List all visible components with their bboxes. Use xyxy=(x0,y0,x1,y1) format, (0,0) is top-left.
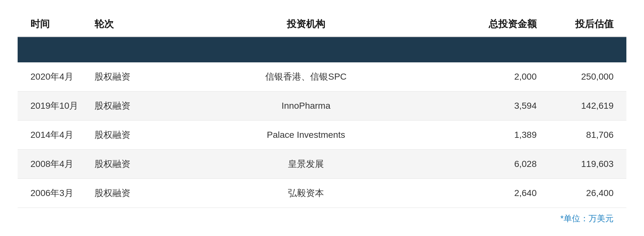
cell-round: 股权融资 xyxy=(88,62,152,91)
header-post-valuation: 投后估值 xyxy=(543,12,626,37)
cell-total-investment: 2,640 xyxy=(460,179,543,208)
dark-cell-2 xyxy=(88,37,152,62)
table-row: 2006年3月股权融资弘毅资本2,64026,400 xyxy=(18,179,626,208)
cell-total-investment: 6,028 xyxy=(460,150,543,179)
table-header-row: 时间 轮次 投资机构 总投资金额 投后估值 xyxy=(18,12,626,37)
dark-cell-3 xyxy=(152,37,460,62)
cell-total-investment: 1,389 xyxy=(460,121,543,150)
table-body: 2020年4月股权融资信银香港、信银SPC2,000250,0002019年10… xyxy=(18,62,626,208)
header-round: 轮次 xyxy=(88,12,152,37)
cell-post-valuation: 142,619 xyxy=(543,91,626,121)
cell-post-valuation: 250,000 xyxy=(543,62,626,91)
cell-round: 股权融资 xyxy=(88,179,152,208)
table-row: 2014年4月股权融资Palace Investments1,38981,706 xyxy=(18,121,626,150)
cell-total-investment: 3,594 xyxy=(460,91,543,121)
cell-round: 股权融资 xyxy=(88,121,152,150)
header-institution: 投资机构 xyxy=(152,12,460,37)
cell-time: 2006年3月 xyxy=(18,179,88,208)
dark-cell-4 xyxy=(460,37,543,62)
unit-note: *单位：万美元 xyxy=(18,208,626,224)
header-total-investment: 总投资金额 xyxy=(460,12,543,37)
cell-post-valuation: 26,400 xyxy=(543,179,626,208)
dark-cell-1 xyxy=(18,37,88,62)
cell-total-investment: 2,000 xyxy=(460,62,543,91)
cell-time: 2019年10月 xyxy=(18,91,88,121)
cell-time: 2008年4月 xyxy=(18,150,88,179)
cell-institution: 弘毅资本 xyxy=(152,179,460,208)
table-row: 2020年4月股权融资信银香港、信银SPC2,000250,000 xyxy=(18,62,626,91)
cell-round: 股权融资 xyxy=(88,91,152,121)
cell-post-valuation: 119,603 xyxy=(543,150,626,179)
cell-institution: Palace Investments xyxy=(152,121,460,150)
cell-institution: InnoPharma xyxy=(152,91,460,121)
cell-time: 2014年4月 xyxy=(18,121,88,150)
table-row: 2008年4月股权融资皇景发展6,028119,603 xyxy=(18,150,626,179)
dark-cell-5 xyxy=(543,37,626,62)
cell-time: 2020年4月 xyxy=(18,62,88,91)
investment-table: 时间 轮次 投资机构 总投资金额 投后估值 2020年4月股权融资信银香港、信银… xyxy=(18,12,626,208)
header-time: 时间 xyxy=(18,12,88,37)
investment-table-container: 时间 轮次 投资机构 总投资金额 投后估值 2020年4月股权融资信银香港、信银… xyxy=(18,12,626,224)
dark-separator-row xyxy=(18,37,626,62)
cell-round: 股权融资 xyxy=(88,150,152,179)
cell-institution: 皇景发展 xyxy=(152,150,460,179)
table-row: 2019年10月股权融资InnoPharma3,594142,619 xyxy=(18,91,626,121)
cell-institution: 信银香港、信银SPC xyxy=(152,62,460,91)
cell-post-valuation: 81,706 xyxy=(543,121,626,150)
